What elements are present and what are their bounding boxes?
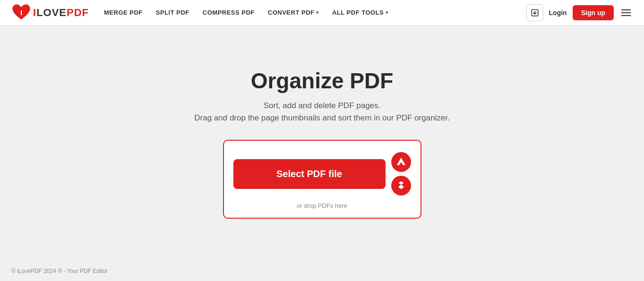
nav-item-compress-pdf[interactable]: COMPRESS PDF	[203, 9, 255, 16]
all-pdf-tools-arrow-icon: ▾	[386, 10, 388, 15]
hamburger-line-1	[621, 9, 631, 10]
main-nav: MERGE PDF SPLIT PDF COMPRESS PDF CONVERT…	[104, 9, 511, 16]
nav-item-split-pdf[interactable]: SPLIT PDF	[156, 9, 189, 16]
page-subtitle-2: Drag and drop the page thumbnails and so…	[194, 113, 450, 123]
hamburger-menu-button[interactable]	[619, 8, 633, 18]
drop-hint-text: or drop PDFs here	[297, 202, 347, 209]
page-subtitle-1: Sort, add and delete PDF pages.	[264, 101, 381, 111]
google-drive-icon	[396, 157, 406, 167]
download-icon	[531, 9, 539, 17]
svg-text:I: I	[20, 8, 22, 16]
page-title: Organize PDF	[251, 68, 394, 94]
select-pdf-file-button[interactable]: Select PDF file	[233, 159, 386, 189]
nav-item-all-pdf-tools[interactable]: ALL PDF TOOLS ▾	[332, 9, 388, 16]
dropbox-icon	[396, 180, 406, 191]
convert-pdf-arrow-icon: ▾	[316, 10, 319, 15]
hamburger-line-3	[621, 15, 631, 16]
hamburger-line-2	[621, 12, 631, 13]
file-drop-area: Select PDF file or drop PDFs here	[223, 140, 421, 219]
nav-item-convert-pdf[interactable]: CONVERT PDF ▾	[268, 9, 319, 16]
header: I ILOVEPDF MERGE PDF SPLIT PDF COMPRESS …	[0, 0, 644, 26]
download-app-button[interactable]	[526, 4, 543, 21]
cloud-upload-buttons	[391, 152, 411, 196]
logo[interactable]: I ILOVEPDF	[11, 4, 89, 22]
footer: © iLovePDF 2024 ® - Your PDF Editor	[0, 261, 644, 281]
login-button[interactable]: Login	[549, 9, 567, 17]
footer-text: © iLovePDF 2024 ® - Your PDF Editor	[11, 268, 108, 274]
dropbox-upload-button[interactable]	[391, 176, 411, 196]
main-content: Organize PDF Sort, add and delete PDF pa…	[0, 26, 644, 261]
signup-button[interactable]: Sign up	[573, 5, 614, 20]
google-drive-upload-button[interactable]	[391, 152, 411, 172]
nav-item-merge-pdf[interactable]: MERGE PDF	[104, 9, 143, 16]
header-right: Login Sign up	[526, 4, 633, 21]
logo-text: ILOVEPDF	[33, 7, 89, 19]
drop-inner: Select PDF file	[233, 152, 411, 196]
